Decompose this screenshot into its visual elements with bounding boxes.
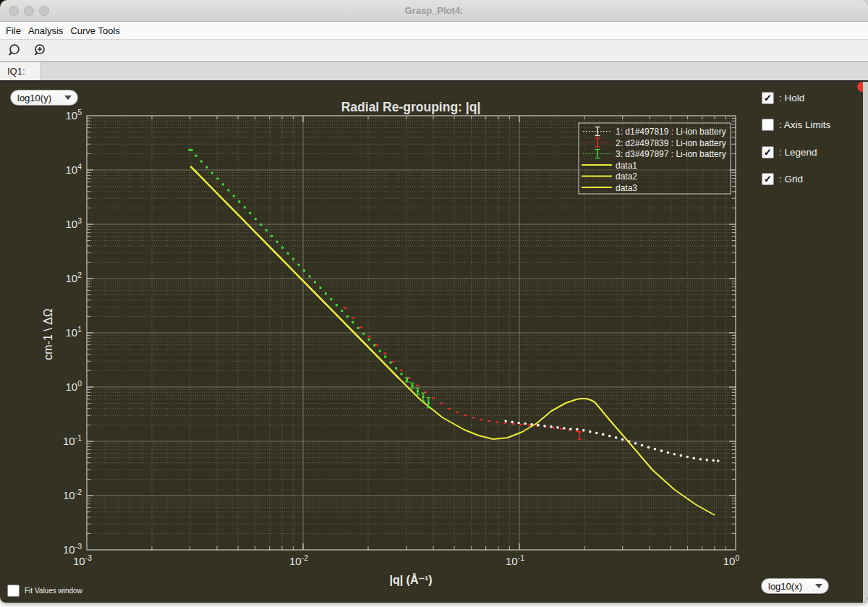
- axis-limits-checkbox-row: : Axis Limits: [762, 119, 830, 131]
- legend-entry-label: data3: [616, 183, 637, 193]
- legend-checkbox[interactable]: ✓: [762, 146, 774, 158]
- grasp-plot-window: Grasp_Plot4: File Analysis Curve Tools I…: [0, 0, 868, 603]
- fit-values-row: Fit Values window: [7, 585, 82, 597]
- legend-checkbox-row: ✓ : Legend: [762, 146, 817, 158]
- tick-label: 10-2: [289, 553, 308, 567]
- tick-label: 102: [65, 271, 82, 284]
- axis-limits-checkbox[interactable]: [762, 119, 774, 131]
- tick-label: 101: [65, 325, 82, 339]
- plot-canvas[interactable]: 10-310-210-110010510410310210110010-110-…: [0, 0, 868, 603]
- legend-entry-label: data1: [616, 161, 637, 171]
- y-scale-value: log10(y): [17, 93, 51, 103]
- tick-label: 10-1: [506, 553, 524, 567]
- tick-label: 105: [65, 108, 82, 122]
- legend-entry-label: 1: d1#497819 : Li-ion battery: [616, 127, 726, 137]
- fit-values-label: Fit Values window: [25, 587, 82, 595]
- tick-label: 104: [65, 162, 82, 176]
- hold-checkbox-row: ✓ : Hold: [762, 92, 804, 104]
- chevron-down-icon: [815, 584, 822, 588]
- x-axis-label: |q| (Å⁻¹): [389, 573, 432, 586]
- tick-label: 10-2: [63, 488, 82, 501]
- legend-label: : Legend: [779, 147, 817, 158]
- axis-limits-label: : Axis Limits: [779, 119, 830, 130]
- tick-label: 10-3: [73, 553, 92, 567]
- tick-label: 10-1: [63, 433, 82, 447]
- legend[interactable]: 1: d1#497819 : Li-ion battery2: d2#49783…: [579, 123, 731, 194]
- chevron-down-icon: [64, 95, 72, 100]
- legend-entry-label: 3: d3#497897 : Li-ion battery: [616, 149, 726, 159]
- fit-values-checkbox[interactable]: [7, 585, 20, 597]
- hold-label: : Hold: [779, 93, 804, 103]
- tick-label: 10-3: [63, 542, 82, 556]
- x-scale-value: log10(x): [768, 581, 802, 592]
- tick-label: 100: [723, 553, 740, 567]
- legend-entry-label: data2: [616, 171, 637, 182]
- y-axis-label: cm-1 \ ΔΩ: [42, 308, 54, 360]
- hold-checkbox[interactable]: ✓: [762, 92, 774, 104]
- window-right-border: [863, 82, 868, 603]
- grid-label: : Grid: [779, 174, 803, 184]
- plot-title: Radial Re-grouping: |q|: [341, 100, 481, 114]
- y-scale-dropdown[interactable]: log10(y): [10, 90, 78, 106]
- grid-checkbox[interactable]: ✓: [762, 173, 774, 185]
- x-scale-dropdown[interactable]: log10(x): [761, 578, 829, 594]
- legend-entry-label: 2: d2#497839 : Li-ion battery: [616, 138, 726, 148]
- tick-label: 103: [65, 216, 82, 230]
- tick-label: 100: [65, 379, 82, 393]
- grid-checkbox-row: ✓ : Grid: [762, 173, 803, 185]
